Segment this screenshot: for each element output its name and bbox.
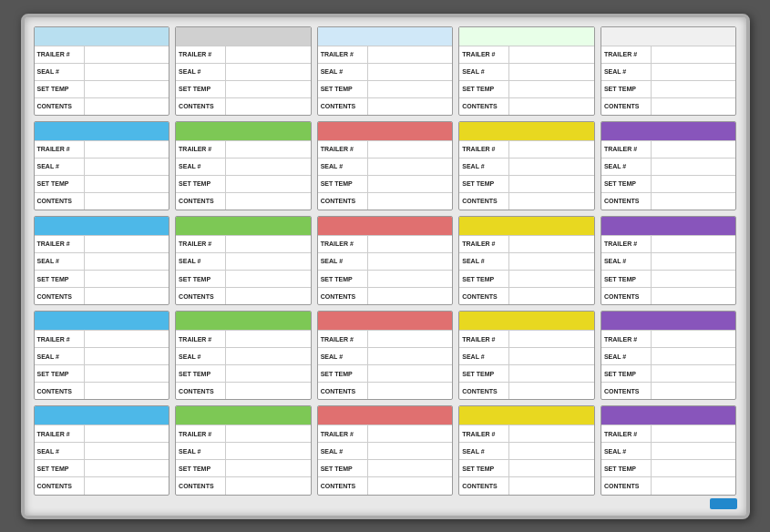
- field-value-r0-c4-f2[interactable]: [652, 81, 736, 97]
- field-value-r3-c4-f2[interactable]: [652, 365, 736, 382]
- field-value-r4-c3-f1[interactable]: [509, 443, 594, 459]
- field-value-r3-c0-f3[interactable]: [85, 383, 169, 399]
- field-value-r4-c0-f0[interactable]: [85, 425, 169, 442]
- field-value-r1-c4-f2[interactable]: [652, 176, 736, 192]
- field-value-r1-c3-f2[interactable]: [509, 176, 594, 192]
- field-value-r0-c1-f1[interactable]: [226, 64, 311, 80]
- field-value-r2-c4-f1[interactable]: [652, 253, 736, 270]
- field-value-r2-c2-f3[interactable]: [368, 288, 453, 304]
- field-value-r2-c0-f2[interactable]: [85, 271, 169, 287]
- field-value-r1-c3-f1[interactable]: [509, 159, 594, 175]
- field-value-r4-c1-f0[interactable]: [226, 425, 311, 442]
- field-value-r4-c1-f3[interactable]: [226, 477, 311, 494]
- field-value-r2-c3-f0[interactable]: [509, 236, 594, 252]
- field-value-r4-c2-f3[interactable]: [368, 477, 453, 494]
- field-value-r1-c0-f2[interactable]: [85, 176, 169, 192]
- field-value-r2-c1-f3[interactable]: [226, 288, 311, 304]
- field-value-r3-c3-f1[interactable]: [509, 348, 594, 364]
- field-value-r3-c3-f0[interactable]: [509, 331, 594, 347]
- field-value-r3-c2-f1[interactable]: [368, 348, 453, 364]
- field-value-r0-c4-f1[interactable]: [652, 64, 736, 80]
- field-value-r2-c2-f2[interactable]: [368, 271, 453, 287]
- field-value-r0-c1-f2[interactable]: [226, 81, 311, 97]
- field-value-r0-c2-f2[interactable]: [368, 81, 453, 97]
- field-value-r0-c2-f1[interactable]: [368, 64, 453, 80]
- field-value-r3-c4-f3[interactable]: [652, 383, 736, 399]
- field-value-r2-c3-f1[interactable]: [509, 253, 594, 270]
- field-value-r1-c3-f3[interactable]: [509, 193, 594, 210]
- field-value-r4-c2-f2[interactable]: [368, 460, 453, 476]
- field-value-r2-c4-f0[interactable]: [652, 236, 736, 252]
- field-value-r0-c2-f3[interactable]: [368, 98, 453, 115]
- field-value-r3-c3-f2[interactable]: [509, 365, 594, 382]
- field-value-r1-c2-f0[interactable]: [368, 141, 453, 158]
- field-value-r1-c4-f3[interactable]: [652, 193, 736, 210]
- field-value-r2-c3-f3[interactable]: [509, 288, 594, 304]
- field-value-r2-c0-f0[interactable]: [85, 236, 169, 252]
- field-value-r0-c0-f3[interactable]: [85, 98, 169, 115]
- field-value-r4-c3-f2[interactable]: [509, 460, 594, 476]
- field-value-r1-c1-f0[interactable]: [226, 141, 311, 158]
- field-value-r1-c2-f3[interactable]: [368, 193, 453, 210]
- field-value-r4-c4-f0[interactable]: [652, 425, 736, 442]
- field-value-r2-c4-f2[interactable]: [652, 271, 736, 287]
- field-value-r1-c2-f1[interactable]: [368, 159, 453, 175]
- field-value-r3-c1-f0[interactable]: [226, 331, 311, 347]
- field-value-r4-c3-f0[interactable]: [509, 425, 594, 442]
- field-value-r4-c0-f1[interactable]: [85, 443, 169, 459]
- field-value-r4-c2-f1[interactable]: [368, 443, 453, 459]
- field-value-r3-c2-f3[interactable]: [368, 383, 453, 399]
- field-value-r0-c2-f0[interactable]: [368, 46, 453, 63]
- field-value-r1-c4-f0[interactable]: [652, 141, 736, 158]
- field-value-r1-c1-f1[interactable]: [226, 159, 311, 175]
- field-value-r0-c1-f0[interactable]: [226, 46, 311, 63]
- field-value-r3-c0-f0[interactable]: [85, 331, 169, 347]
- field-value-r2-c2-f1[interactable]: [368, 253, 453, 270]
- field-value-r0-c4-f0[interactable]: [652, 46, 736, 63]
- field-value-r0-c0-f1[interactable]: [85, 64, 169, 80]
- field-value-r0-c1-f3[interactable]: [226, 98, 311, 115]
- field-value-r4-c0-f3[interactable]: [85, 477, 169, 494]
- field-value-r4-c3-f3[interactable]: [509, 477, 594, 494]
- field-value-r3-c0-f2[interactable]: [85, 365, 169, 382]
- field-value-r2-c1-f1[interactable]: [226, 253, 311, 270]
- field-value-r2-c1-f2[interactable]: [226, 271, 311, 287]
- field-value-r4-c0-f2[interactable]: [85, 460, 169, 476]
- field-value-r3-c2-f0[interactable]: [368, 331, 453, 347]
- field-value-r4-c4-f2[interactable]: [652, 460, 736, 476]
- field-value-r3-c3-f3[interactable]: [509, 383, 594, 399]
- field-value-r1-c0-f0[interactable]: [85, 141, 169, 158]
- field-value-r4-c4-f3[interactable]: [652, 477, 736, 494]
- field-value-r3-c1-f1[interactable]: [226, 348, 311, 364]
- field-value-r0-c3-f2[interactable]: [509, 81, 594, 97]
- field-value-r4-c1-f1[interactable]: [226, 443, 311, 459]
- field-value-r0-c0-f2[interactable]: [85, 81, 169, 97]
- field-value-r2-c0-f1[interactable]: [85, 253, 169, 270]
- field-value-r1-c4-f1[interactable]: [652, 159, 736, 175]
- field-value-r0-c3-f1[interactable]: [509, 64, 594, 80]
- field-value-r3-c2-f2[interactable]: [368, 365, 453, 382]
- field-value-r1-c0-f3[interactable]: [85, 193, 169, 210]
- field-value-r1-c1-f2[interactable]: [226, 176, 311, 192]
- field-value-r2-c0-f3[interactable]: [85, 288, 169, 304]
- field-value-r3-c0-f1[interactable]: [85, 348, 169, 364]
- field-value-r0-c3-f3[interactable]: [509, 98, 594, 115]
- field-value-r0-c4-f3[interactable]: [652, 98, 736, 115]
- field-value-r4-c4-f1[interactable]: [652, 443, 736, 459]
- field-value-r2-c3-f2[interactable]: [509, 271, 594, 287]
- field-value-r3-c1-f3[interactable]: [226, 383, 311, 399]
- field-value-r3-c4-f1[interactable]: [652, 348, 736, 364]
- field-value-r1-c3-f0[interactable]: [509, 141, 594, 158]
- field-value-r0-c0-f0[interactable]: [85, 46, 169, 63]
- field-value-r3-c1-f2[interactable]: [226, 365, 311, 382]
- field-value-r1-c1-f3[interactable]: [226, 193, 311, 210]
- field-value-r3-c4-f0[interactable]: [652, 331, 736, 347]
- field-value-r1-c0-f1[interactable]: [85, 159, 169, 175]
- field-value-r0-c3-f0[interactable]: [509, 46, 594, 63]
- field-value-r2-c4-f3[interactable]: [652, 288, 736, 304]
- field-value-r4-c1-f2[interactable]: [226, 460, 311, 476]
- field-value-r4-c2-f0[interactable]: [368, 425, 453, 442]
- field-value-r1-c2-f2[interactable]: [368, 176, 453, 192]
- field-value-r2-c1-f0[interactable]: [226, 236, 311, 252]
- field-value-r2-c2-f0[interactable]: [368, 236, 453, 252]
